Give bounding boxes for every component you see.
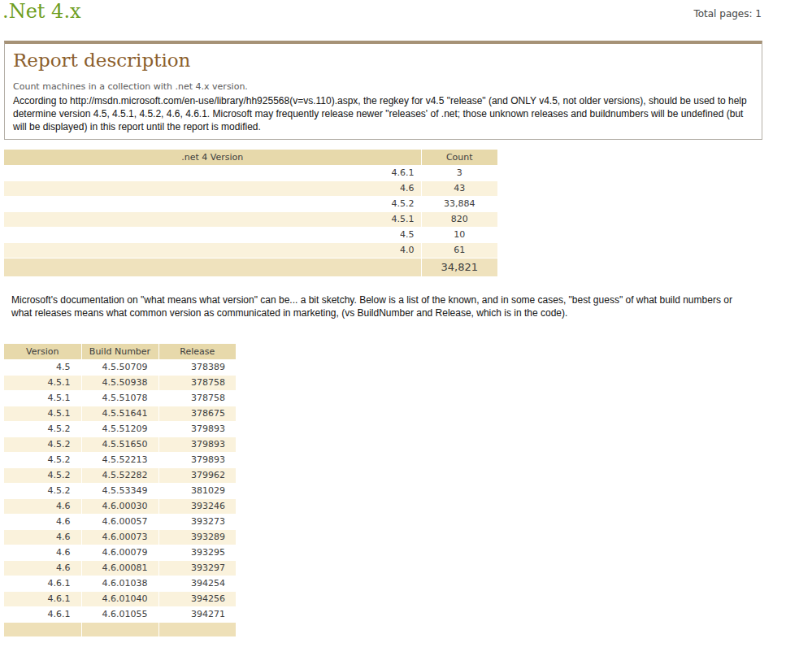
table-cell: 4.6 bbox=[4, 560, 81, 576]
footer-cell bbox=[4, 622, 81, 636]
table-cell: 393246 bbox=[158, 498, 236, 514]
table-cell: 33,884 bbox=[421, 196, 497, 211]
table-cell: 4.6 bbox=[4, 498, 81, 514]
table-cell: 379893 bbox=[158, 437, 236, 452]
table-cell: 4.5.50938 bbox=[81, 375, 158, 390]
table-cell: 4.6 bbox=[4, 514, 81, 529]
table-row: 4.64.6.00030393246 bbox=[4, 498, 236, 514]
table-row: 4.6.14.6.01038394254 bbox=[4, 576, 236, 591]
table-cell: 4.5 bbox=[4, 359, 81, 375]
table-cell: 393273 bbox=[158, 514, 236, 529]
table-cell: 378758 bbox=[158, 390, 236, 406]
table-cell: 4.6.00081 bbox=[81, 560, 158, 576]
table-cell: 4.6.01055 bbox=[81, 606, 158, 622]
table-cell: 4.5.51650 bbox=[81, 437, 158, 452]
table-cell: 393289 bbox=[158, 529, 236, 545]
table-row: 4.5.24.5.52213379893 bbox=[4, 452, 236, 467]
report-summary-text: Count machines in a collection with .net… bbox=[13, 81, 753, 92]
table-cell: 4.6.00057 bbox=[81, 514, 158, 529]
table-cell: 10 bbox=[421, 227, 497, 242]
table-row: 4.5.14.5.51641378675 bbox=[4, 406, 236, 421]
table-cell: 4.5.1 bbox=[4, 211, 421, 227]
table-cell: 4.5.50709 bbox=[81, 359, 158, 375]
column-header-build-number: Build Number bbox=[81, 344, 158, 359]
column-header-release: Release bbox=[158, 344, 236, 359]
table-row: 4.5.14.5.50938378758 bbox=[4, 375, 236, 390]
table-row: 4.5.24.5.52282379962 bbox=[4, 467, 236, 483]
table-cell: 379893 bbox=[158, 421, 236, 437]
table-cell: 4.5.51641 bbox=[81, 406, 158, 421]
table-row: 4.5.14.5.51078378758 bbox=[4, 390, 236, 406]
table-cell: 3 bbox=[421, 165, 497, 180]
table-cell: 4.5.2 bbox=[4, 483, 81, 498]
table-cell: 4.5.2 bbox=[4, 437, 81, 452]
table-cell: 4.5.53349 bbox=[81, 483, 158, 498]
table-cell: 4.6 bbox=[4, 180, 421, 196]
table-cell: 4.5.52282 bbox=[81, 467, 158, 483]
table-row: 4.64.6.00081393297 bbox=[4, 560, 236, 576]
total-row-spacer bbox=[4, 258, 421, 276]
table-row: 4.5.24.5.51650379893 bbox=[4, 437, 236, 452]
table-row: 4.061 bbox=[4, 242, 497, 258]
table-cell: 820 bbox=[421, 211, 497, 227]
table-cell: 394254 bbox=[158, 576, 236, 591]
total-pages: Total pages: 1 bbox=[693, 8, 762, 20]
table-row: 4.54.5.50709378389 bbox=[4, 359, 236, 375]
build-number-table: Version Build Number Release 4.54.5.5070… bbox=[4, 344, 236, 637]
table-cell: 4.5.51078 bbox=[81, 390, 158, 406]
table-cell: 379893 bbox=[158, 452, 236, 467]
column-header-version: .net 4 Version bbox=[4, 150, 421, 165]
table-cell: 381029 bbox=[158, 483, 236, 498]
table-cell: 43 bbox=[421, 180, 497, 196]
table-header-row: .net 4 Version Count bbox=[4, 150, 497, 165]
table-cell: 4.5.1 bbox=[4, 375, 81, 390]
table-cell: 4.5 bbox=[4, 227, 421, 242]
table-cell: 61 bbox=[421, 242, 497, 258]
table-row: 4.5.1820 bbox=[4, 211, 497, 227]
version-count-table: .net 4 Version Count 4.6.134.6434.5.233,… bbox=[4, 150, 497, 277]
report-body-text: According to http://msdn.microsoft.com/e… bbox=[13, 94, 753, 133]
table-cell: 4.5.1 bbox=[4, 390, 81, 406]
notes-paragraph: Microsoft's documentation on "what means… bbox=[11, 293, 753, 319]
table-cell: 4.6.1 bbox=[4, 576, 81, 591]
table-total-row: 34,821 bbox=[4, 258, 497, 276]
table-cell: 4.6.00079 bbox=[81, 545, 158, 560]
table-row: 4.6.13 bbox=[4, 165, 497, 180]
footer-cell bbox=[158, 622, 236, 636]
table-cell: 4.6.1 bbox=[4, 165, 421, 180]
table-cell: 4.5.52213 bbox=[81, 452, 158, 467]
total-pages-value: 1 bbox=[755, 8, 762, 20]
table-cell: 4.5.51209 bbox=[81, 421, 158, 437]
table-cell: 378758 bbox=[158, 375, 236, 390]
table-cell: 4.6.1 bbox=[4, 591, 81, 606]
total-pages-label: Total pages: bbox=[693, 8, 752, 20]
table-cell: 379962 bbox=[158, 467, 236, 483]
table-cell: 378675 bbox=[158, 406, 236, 421]
page-title: .Net 4.x bbox=[2, 0, 81, 23]
table-row: 4.5.233,884 bbox=[4, 196, 497, 211]
table-cell: 4.6.1 bbox=[4, 606, 81, 622]
table-row: 4.64.6.00057393273 bbox=[4, 514, 236, 529]
footer-cell bbox=[81, 622, 158, 636]
table-row: 4.6.14.6.01040394256 bbox=[4, 591, 236, 606]
table-row: 4.64.6.00079393295 bbox=[4, 545, 236, 560]
report-description-panel: Report description Count machines in a c… bbox=[4, 41, 762, 140]
table-cell: 4.6.01040 bbox=[81, 591, 158, 606]
table-cell: 4.0 bbox=[4, 242, 421, 258]
table-row: 4.5.24.5.53349381029 bbox=[4, 483, 236, 498]
table-cell: 4.6.01038 bbox=[81, 576, 158, 591]
report-description-heading: Report description bbox=[13, 50, 753, 71]
table-row: 4.6.14.6.01055394271 bbox=[4, 606, 236, 622]
column-header-count: Count bbox=[421, 150, 497, 165]
table-cell: 4.6 bbox=[4, 529, 81, 545]
report-page: .Net 4.x Total pages: 1 Report descripti… bbox=[0, 0, 812, 656]
column-header-version: Version bbox=[4, 344, 81, 359]
table-cell: 378389 bbox=[158, 359, 236, 375]
table-cell: 4.6 bbox=[4, 545, 81, 560]
table-header-row: Version Build Number Release bbox=[4, 344, 236, 359]
table-footer-row bbox=[4, 622, 236, 636]
table-row: 4.510 bbox=[4, 227, 497, 242]
table-cell: 4.5.2 bbox=[4, 467, 81, 483]
total-count-value: 34,821 bbox=[421, 258, 497, 276]
table-cell: 4.5.2 bbox=[4, 452, 81, 467]
